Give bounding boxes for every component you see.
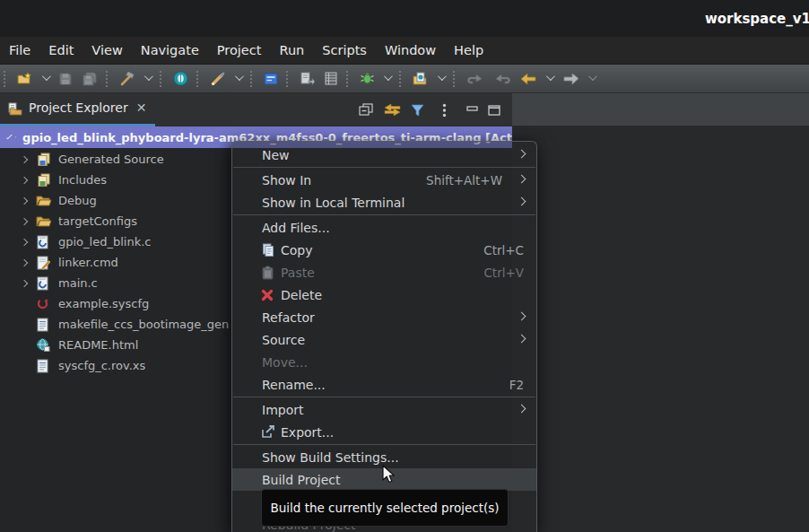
menu-item-export[interactable]: Export... [232, 421, 536, 443]
tree-item-label: Includes [58, 173, 107, 187]
tree-item-label: Debug [58, 194, 97, 207]
menu-view[interactable]: View [83, 39, 131, 62]
back-dropdown-icon[interactable] [546, 72, 555, 81]
toolbar-separator [286, 71, 290, 87]
debug-launch-icon [173, 71, 188, 86]
back-history-button[interactable] [464, 71, 487, 87]
project-explorer-icon [7, 102, 22, 116]
menu-item-import[interactable]: Import [232, 398, 536, 421]
menu-item-rename[interactable]: Rename... F2 [232, 373, 536, 396]
submenu-arrow-icon [518, 312, 526, 321]
tree-item-label: targetConfigs [58, 214, 137, 228]
collapse-all-button[interactable] [359, 103, 374, 117]
debug-launch-button[interactable] [170, 69, 191, 88]
menu-item-new[interactable]: New [232, 144, 536, 166]
forward-history-button[interactable] [491, 71, 514, 87]
window-title: workspace_v1 [705, 11, 809, 27]
build-button[interactable] [117, 70, 138, 88]
html-globe-icon [36, 338, 50, 352]
save-button[interactable] [56, 70, 75, 88]
menu-navigate[interactable]: Navigate [132, 39, 208, 62]
close-tab-icon[interactable]: ✕ [136, 100, 147, 115]
build-project-tooltip: Build the currently selected project(s) [261, 489, 509, 527]
cmd-file-icon [36, 256, 50, 270]
shortcut-label: F2 [509, 378, 526, 392]
tree-item-label: gpio_led_blink.c [58, 235, 151, 249]
minimize-icon [466, 106, 478, 115]
tab-label: Project Explorer [29, 100, 128, 115]
new-wizard-button[interactable] [14, 70, 36, 88]
minimize-button[interactable] [466, 106, 478, 115]
debug-bug-button[interactable] [357, 70, 378, 87]
collapse-all-icon [359, 103, 374, 117]
debug-bug-dropdown-icon[interactable] [384, 72, 393, 81]
toolbar-separator [196, 71, 200, 87]
title-bar: workspace_v1 [0, 0, 809, 37]
menu-item-show-in-local-terminal[interactable]: Show in Local Terminal [232, 191, 536, 214]
tree-item-label: Generated Source [58, 153, 164, 166]
next-edit-forward-button[interactable] [560, 71, 582, 87]
menu-item-paste[interactable]: Paste Ctrl+V [232, 261, 536, 283]
application-window: workspace_v1 File Edit View Navigate Pro… [0, 0, 809, 532]
script-file-icon [36, 359, 49, 373]
expander-icon[interactable] [21, 196, 28, 204]
menu-window[interactable]: Window [376, 39, 445, 62]
syscfg-file-icon [36, 297, 49, 310]
menu-item-show-in[interactable]: Show In Shift+Alt+W [232, 169, 536, 191]
registers-button[interactable] [321, 70, 341, 87]
expander-icon[interactable] [21, 238, 28, 245]
forward-dropdown-icon[interactable] [588, 72, 597, 81]
menu-run[interactable]: Run [270, 39, 313, 62]
folder-icon [36, 194, 52, 207]
load-program-button[interactable] [410, 70, 431, 88]
tree-item-label: syscfg_c.rov.xs [58, 359, 145, 372]
toolbar-separator [399, 71, 403, 87]
build-dropdown-icon[interactable] [144, 72, 153, 81]
toolbar-separator [106, 71, 109, 87]
save-all-icon [82, 72, 98, 86]
menu-item-source[interactable]: Source [232, 328, 536, 351]
copy-resource-button[interactable] [297, 70, 318, 88]
menu-project[interactable]: Project [208, 39, 271, 62]
menu-edit[interactable]: Edit [39, 39, 83, 62]
expander-icon[interactable] [21, 258, 28, 266]
expander-icon[interactable] [21, 279, 28, 286]
console-icon [264, 73, 278, 85]
copy-resource-icon [300, 72, 315, 86]
load-program-dropdown-icon[interactable] [438, 72, 447, 81]
expander-icon[interactable] [21, 217, 28, 224]
menu-item-add-files[interactable]: Add Files... [232, 216, 536, 239]
maximize-button[interactable] [488, 105, 500, 116]
menu-item-move[interactable]: Move... [232, 351, 536, 373]
flash-dropdown-icon[interactable] [235, 72, 244, 81]
flash-button[interactable] [207, 70, 229, 88]
menu-help[interactable]: Help [445, 39, 492, 62]
last-edit-back-button[interactable] [518, 71, 540, 87]
submenu-arrow-icon [518, 150, 526, 159]
tree-item-label: example.syscfg [58, 297, 149, 310]
toolbar-separator [160, 71, 163, 87]
menu-separator [233, 444, 535, 445]
menu-file[interactable]: File [0, 39, 39, 62]
view-menu-button[interactable] [442, 103, 447, 118]
folder-icon [36, 214, 52, 228]
link-with-editor-button[interactable] [384, 103, 401, 117]
link-with-editor-icon [384, 103, 401, 117]
expander-icon[interactable] [6, 133, 12, 138]
filter-button[interactable] [411, 104, 424, 117]
menu-item-copy[interactable]: Copy Ctrl+C [232, 239, 536, 261]
tab-project-explorer[interactable]: Project Explorer ✕ [0, 93, 155, 126]
new-wizard-dropdown-icon[interactable] [42, 72, 51, 81]
submenu-arrow-icon [518, 335, 526, 344]
expander-icon[interactable] [21, 176, 28, 183]
tree-item-label: README.html [58, 338, 138, 352]
expander-icon[interactable] [21, 155, 28, 162]
save-all-button[interactable] [79, 70, 100, 88]
project-icon [14, 130, 16, 144]
menu-separator [233, 397, 535, 397]
menu-scripts[interactable]: Scripts [313, 39, 376, 62]
hammer-icon [119, 72, 135, 86]
menu-item-delete[interactable]: Delete [232, 283, 536, 306]
console-button[interactable] [261, 71, 281, 87]
menu-item-refactor[interactable]: Refactor [232, 306, 536, 328]
